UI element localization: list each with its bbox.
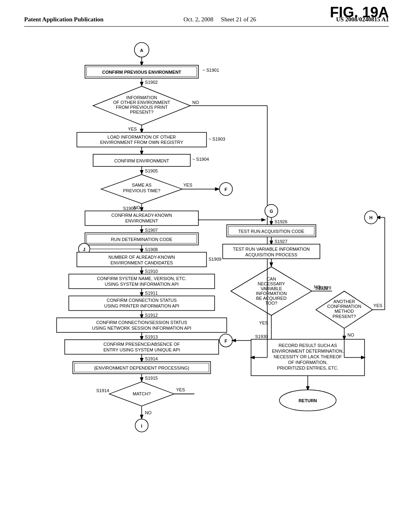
svg-text:CONFIRM ENVIRONMENT: CONFIRM ENVIRONMENT [114,158,169,163]
svg-text:NO: NO [192,100,199,105]
svg-text:YES: YES [176,387,185,392]
svg-text:USING NETWORK SESSION INFORMAT: USING NETWORK SESSION INFORMATION API [92,326,191,330]
svg-text:OF INFORMATION,: OF INFORMATION, [288,360,327,365]
svg-text:S1902: S1902 [145,80,158,85]
svg-text:H: H [369,215,373,220]
svg-text:ANOTHER: ANOTHER [334,299,355,304]
svg-text:S1910: S1910 [145,269,158,274]
svg-text:PRESENT?: PRESENT? [332,314,356,319]
svg-text:J: J [83,247,86,252]
svg-text:S1912: S1912 [145,313,158,318]
svg-text:TEST RUN ACQUISITION CODE: TEST RUN ACQUISITION CODE [238,229,305,234]
svg-text:INFORMATION: INFORMATION [256,291,287,296]
svg-text:YES: YES [184,183,192,187]
svg-text:S1927: S1927 [275,239,288,244]
svg-text:ENVIRONMENT DETERMINATION,: ENVIRONMENT DETERMINATION, [272,349,344,353]
svg-text:S1926: S1926 [275,220,288,224]
svg-text:VARIABLE: VARIABLE [261,286,282,291]
svg-text:RETURN: RETURN [298,398,317,403]
svg-text:ACQUISITION PROCESS: ACQUISITION PROCESS [245,252,297,257]
figure-label: FIG. 19A [330,4,389,21]
svg-text:S1930: S1930 [255,334,268,339]
svg-text:MATCH?: MATCH? [133,391,151,396]
svg-text:S1908: S1908 [145,247,158,252]
publication-label: Patent Application Publication [24,16,104,23]
svg-text:INFORMATION: INFORMATION [126,95,157,100]
svg-text:PREVIOUS TIME?: PREVIOUS TIME? [123,188,160,193]
svg-text:S1915: S1915 [145,376,158,380]
publication-date: Oct. 2, 2008 [184,16,213,23]
svg-text:NO: NO [133,205,140,210]
svg-text:BE ACQUIRED: BE ACQUIRED [256,296,286,301]
svg-text:CONFIRM SYSTEM NAME, VERSION, : CONFIRM SYSTEM NAME, VERSION, ETC. [97,276,186,281]
svg-text:OF OTHER ENVIRONMENT: OF OTHER ENVIRONMENT [113,100,170,105]
svg-text:LOAD INFORMATION OF OTHER: LOAD INFORMATION OF OTHER [108,135,176,139]
svg-text:S1909: S1909 [209,257,221,262]
svg-text:TEST RUN VARIABLE INFORMATION: TEST RUN VARIABLE INFORMATION [233,247,310,251]
svg-text:~ S1904: ~ S1904 [192,157,209,162]
svg-text:CAN: CAN [267,276,276,281]
svg-text:YES: YES [373,303,382,308]
svg-text:CONFIRM CONNECTION STATUS: CONFIRM CONNECTION STATUS [106,298,177,303]
svg-text:SAME AS: SAME AS [132,183,151,187]
svg-text:NUMBER OF ALREADY-KNOWN: NUMBER OF ALREADY-KNOWN [108,255,175,260]
svg-text:RUN DETERMINATION CODE: RUN DETERMINATION CODE [111,237,172,242]
date-sheet: Oct. 2, 2008 Sheet 21 of 26 [184,16,256,23]
svg-text:S1913: S1913 [145,335,158,339]
svg-text:CONFIRM PREVIOUS ENVIRONMENT: CONFIRM PREVIOUS ENVIRONMENT [102,70,181,75]
svg-text:ENVIRONMENT: ENVIRONMENT [125,218,159,223]
svg-text:YES: YES [259,320,268,325]
svg-text:PRIORITIZED ENTRIES, ETC.: PRIORITIZED ENTRIES, ETC. [277,366,338,370]
svg-text:USING PRINTER INFORMATION API: USING PRINTER INFORMATION API [104,303,179,308]
svg-text:CONFIRM ALREADY-KNOWN: CONFIRM ALREADY-KNOWN [111,213,172,218]
diagram-area: text { font-family: Arial, sans-serif; f… [24,35,389,502]
svg-text:METHOD: METHOD [335,309,354,314]
svg-text:YES: YES [128,127,137,131]
svg-text:S1914: S1914 [145,356,158,361]
svg-text:S1905: S1905 [145,168,158,173]
svg-text:~ S1903: ~ S1903 [209,137,225,141]
svg-text:S1911: S1911 [145,291,158,295]
svg-text:{ENVIRONMENT DEPENDENT PROCESS: {ENVIRONMENT DEPENDENT PROCESSING} [94,366,190,370]
svg-text:ENTRY USING SYSTEM UNIQUE API: ENTRY USING SYSTEM UNIQUE API [103,347,180,352]
svg-text:PRESENT?: PRESENT? [130,110,153,114]
svg-text:ENVIRONMENT FROM OWN REGISTRY: ENVIRONMENT FROM OWN REGISTRY [100,140,184,145]
svg-text:RECORD RESULT SUCH AS: RECORD RESULT SUCH AS [279,343,337,348]
svg-text:G: G [269,209,273,214]
svg-text:USING SYSTEM INFORMATION API: USING SYSTEM INFORMATION API [105,282,179,287]
svg-text:F: F [225,339,227,343]
svg-text:NO: NO [145,410,152,415]
svg-text:FROM PREVIOUS PRINT: FROM PREVIOUS PRINT [116,105,168,110]
svg-text:NO: NO [348,332,355,337]
svg-text:CONFIRM PRESENCE/ABSENCE OF: CONFIRM PRESENCE/ABSENCE OF [104,342,180,347]
svg-text:S1929: S1929 [318,285,331,290]
svg-text:NECESSITY OR LACK THEREOF: NECESSITY OR LACK THEREOF [273,354,342,359]
sheet-info: Sheet 21 of 26 [221,16,256,23]
svg-text:S1907: S1907 [145,228,158,233]
svg-text:I: I [141,424,142,428]
svg-text:ENVIRONMENT CANDIDATES: ENVIRONMENT CANDIDATES [111,260,173,265]
svg-text:S1914: S1914 [96,388,109,393]
flowchart-svg: text { font-family: Arial, sans-serif; f… [24,35,389,502]
svg-text:NECESSARY: NECESSARY [258,281,285,286]
page: Patent Application Publication Oct. 2, 2… [0,0,413,532]
svg-text:F: F [225,187,227,192]
svg-text:CONFIRMATION: CONFIRMATION [327,304,361,309]
node-a: A [140,48,143,53]
svg-text:CONFIRM CONNECTION/SESSION STA: CONFIRM CONNECTION/SESSION STATUS [96,320,187,325]
s1901-label: ~ S1901 [202,68,219,73]
